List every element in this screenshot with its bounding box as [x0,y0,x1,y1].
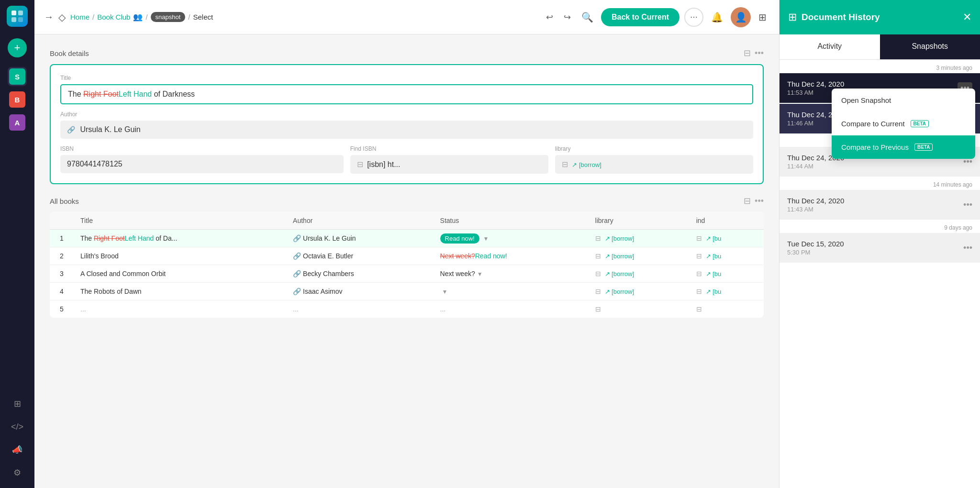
share-button[interactable]: ⋯ [684,8,703,27]
ind-icon: ⊟ [696,270,702,277]
row-ind[interactable]: ⊟ ↗ [bu [690,265,764,283]
ind-icon: ⊟ [696,288,702,295]
row-library[interactable]: ⊟ ↗ [borrow] [589,283,690,300]
row-status[interactable]: Read now! ▼ [434,230,589,247]
row-author: 🔗Octavia E. Butler [286,247,433,265]
library-link[interactable]: ↗ [borrow] [605,253,635,260]
panel-title-area: ⊞ Document History [788,11,880,23]
snapshot-dropdown-menu: Open Snapshot Compare to Current BETA Co… [832,89,975,159]
library-cell-icon: ⊟ [595,305,601,313]
row-status[interactable]: Next week?Read now! [434,247,589,265]
ind-link[interactable]: ↗ [bu [706,235,722,242]
dropdown-arrow[interactable]: ▼ [442,288,448,295]
row-status[interactable]: ▼ [434,283,589,300]
row-status[interactable]: Next week?▼ [434,265,589,283]
find-isbn-field: Find ISBN ⊟ [isbn] ht... [350,145,548,174]
breadcrumb: Home / Book Club 👥 / snapshot / Select [70,12,213,22]
row-title[interactable]: ... [74,300,286,318]
snapshot-time-4: 14 minutes ago [780,177,980,190]
compare-previous-label: Compare to Previous [841,143,909,151]
title-rest: of Darkness [152,90,195,98]
library-link[interactable]: ↗ [borrow] [605,288,635,295]
row-title[interactable]: The Right FootLeft Hand of Da... [74,230,286,247]
ind-link[interactable]: ↗ [bu [706,270,722,277]
all-books-section: All books ⊟ ••• Title Author Status libr… [50,196,764,318]
row-library[interactable]: ⊟ ↗ [borrow] [589,247,690,265]
app-logo[interactable] [7,6,28,27]
all-books-more-icon[interactable]: ••• [755,196,764,206]
row-library[interactable]: ⊟ ↗ [borrow] [589,230,690,247]
tab-activity[interactable]: Activity [780,34,880,59]
row-title[interactable]: A Closed and Common Orbit [74,265,286,283]
sidebar-settings-btn[interactable]: ⚙ [8,463,27,482]
isbn-value[interactable]: 9780441478125 [60,155,344,173]
snapshot-menu-button[interactable]: ••• [963,200,972,210]
table-view-icon[interactable]: ◇ [58,11,66,23]
col-author: Author [286,212,433,230]
library-cell-icon: ⊟ [595,252,601,260]
library-link[interactable]: ↗ [borrow] [605,270,635,277]
all-books-filter-icon[interactable]: ⊟ [744,196,751,206]
sidebar-code-btn[interactable]: </> [8,417,27,436]
row-title[interactable]: Lilith's Brood [74,247,286,265]
close-panel-button[interactable]: ✕ [963,11,971,23]
sidebar-item-s[interactable]: S [8,67,27,86]
row-ind[interactable]: ⊟ ↗ [bu [690,283,764,300]
sidebar-item-a[interactable]: A [8,113,27,132]
snapshot-menu-button[interactable]: ••• [963,243,972,253]
isbn-field: ISBN 9780441478125 [60,145,344,174]
dropdown-arrow[interactable]: ▼ [483,235,489,242]
tab-snapshots[interactable]: Snapshots [880,34,980,59]
right-panel-toggle[interactable]: ⊞ [756,9,769,26]
svg-rect-2 [11,17,16,22]
author-value[interactable]: 🔗 Ursula K. Le Guin [60,121,753,139]
undo-button[interactable]: ↩ [543,10,556,24]
menu-compare-previous[interactable]: Compare to Previous BETA [832,135,975,159]
snapshot-group-1: 3 minutes ago Thu Dec 24, 2020 11:53 AM … [780,60,980,103]
title-strike: Right Foot [94,234,125,242]
find-isbn-value[interactable]: ⊟ [isbn] ht... [350,155,548,174]
add-button[interactable]: + [8,38,27,57]
ind-link[interactable]: ↗ [bu [706,288,722,295]
settings-icon: ⚙ [13,467,21,478]
row-status[interactable]: ... [434,300,589,318]
dropdown-arrow[interactable]: ▼ [477,271,483,277]
open-snapshot-label: Open Snapshot [841,96,891,104]
row-ind[interactable]: ⊟ ↗ [bu [690,247,764,265]
redo-button[interactable]: ↪ [561,10,574,24]
title-value[interactable]: The Right FootLeft Hand of Darkness [60,84,753,104]
back-to-current-button[interactable]: Back to Current [601,8,679,26]
row-library[interactable]: ⊟ ↗ [borrow] [589,265,690,283]
ind-link[interactable]: ↗ [bu [706,253,722,260]
col-num [50,212,74,230]
breadcrumb-sep3: / [188,13,190,21]
table-header-row: Title Author Status library ind [50,212,764,230]
library-link[interactable]: ↗ [borrow] [605,235,635,242]
snapshot-time: 5:30 PM [787,249,844,256]
snapshot-item[interactable]: Tue Dec 15, 2020 5:30 PM ••• [780,233,980,263]
library-value[interactable]: ⊟ ↗ [borrow] [555,155,753,174]
row-ind[interactable]: ⊟ ↗ [bu [690,230,764,247]
avatar[interactable]: 👤 [731,7,751,27]
sidebar-item-b[interactable]: B [8,90,27,109]
sidebar-grid-btn[interactable]: ⊞ [8,394,27,413]
library-link[interactable]: ↗ [borrow] [572,161,601,168]
nav-arrow-icon[interactable]: → [44,11,54,22]
filter-icon[interactable]: ⊟ [744,48,751,58]
workspace-a-icon: A [9,114,25,131]
link-icon: 🔗 [67,126,75,133]
snapshot-date: Thu Dec 24, 2020 [787,80,844,88]
breadcrumb-home[interactable]: Home [70,13,89,21]
menu-open-snapshot[interactable]: Open Snapshot [832,89,975,112]
row-ind[interactable]: ⊟ [690,300,764,318]
more-options-icon[interactable]: ••• [755,48,764,58]
sidebar-megaphone-btn[interactable]: 📣 [8,440,27,459]
row-title[interactable]: The Robots of Dawn [74,283,286,300]
breadcrumb-workspace[interactable]: Book Club [97,13,130,21]
search-button[interactable]: 🔍 [579,9,596,26]
notifications-button[interactable]: 🔔 [708,9,726,26]
menu-compare-current[interactable]: Compare to Current BETA [832,112,975,135]
breadcrumb-select[interactable]: Select [193,13,213,21]
snapshot-item[interactable]: Thu Dec 24, 2020 11:43 AM ••• [780,190,980,220]
row-library[interactable]: ⊟ [589,300,690,318]
